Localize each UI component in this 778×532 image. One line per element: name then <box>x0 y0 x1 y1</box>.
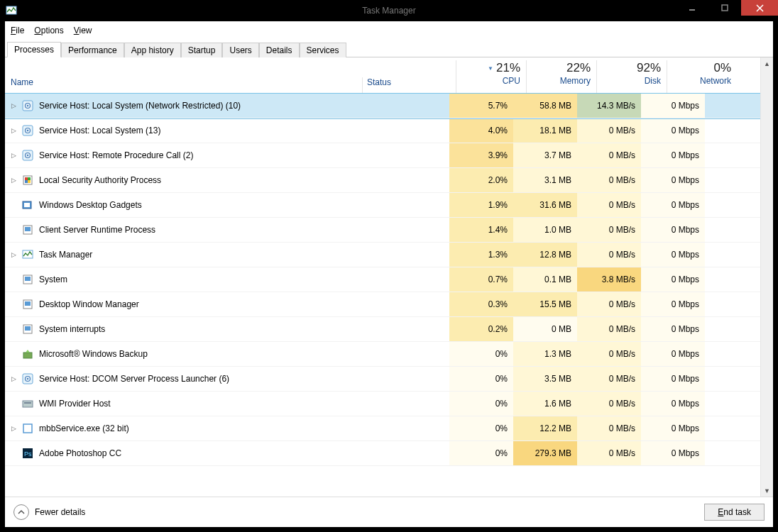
svg-rect-30 <box>23 353 32 358</box>
process-icon <box>22 249 33 260</box>
memory-cell: 3.7 MB <box>513 143 577 167</box>
expand-icon[interactable]: ▷ <box>9 126 18 135</box>
network-cell: 0 Mbps <box>641 342 705 366</box>
memory-cell: 58.8 MB <box>513 94 577 118</box>
table-row[interactable]: ▷System interrupts0.2%0 MB0 MB/s0 Mbps <box>5 317 760 342</box>
close-button[interactable] <box>741 0 778 16</box>
tab-app-history[interactable]: App history <box>124 43 181 57</box>
network-cell: 0 Mbps <box>641 193 705 217</box>
process-icon <box>22 299 33 310</box>
menu-view[interactable]: View <box>74 26 92 35</box>
process-name: System interrupts <box>39 324 105 334</box>
cpu-cell: 0% <box>449 342 513 366</box>
cpu-cell: 1.3% <box>449 243 513 267</box>
memory-cell: 3.1 MB <box>513 168 577 192</box>
col-network[interactable]: 0%Network <box>667 60 737 93</box>
disk-cell: 0 MB/s <box>577 416 641 440</box>
process-icon <box>22 174 33 186</box>
network-cell: 0 Mbps <box>641 416 705 440</box>
disk-cell: 0 MB/s <box>577 441 641 465</box>
process-icon <box>22 348 33 360</box>
cpu-cell: 0% <box>449 416 513 440</box>
table-row[interactable]: ▷Service Host: Local System (13)4.0%18.1… <box>5 118 760 143</box>
network-cell: 0 Mbps <box>641 168 705 192</box>
scroll-up-icon[interactable]: ▲ <box>761 57 773 70</box>
fewer-details-toggle[interactable]: Fewer details <box>13 504 85 520</box>
cpu-cell: 1.4% <box>449 218 513 242</box>
disk-cell: 0 MB/s <box>577 392 641 416</box>
footer: Fewer details End task <box>5 497 773 527</box>
tab-services[interactable]: Services <box>300 43 346 57</box>
memory-cell: 18.1 MB <box>513 118 577 143</box>
memory-cell: 3.5 MB <box>513 367 577 391</box>
expand-icon[interactable]: ▷ <box>9 176 18 184</box>
process-icon <box>22 150 33 161</box>
table-row[interactable]: ▷Service Host: Remote Procedure Call (2)… <box>5 143 760 168</box>
svg-rect-18 <box>28 180 31 183</box>
tab-startup[interactable]: Startup <box>181 43 223 57</box>
process-name: Microsoft® Windows Backup <box>39 349 148 359</box>
network-cell: 0 Mbps <box>641 243 705 267</box>
expand-icon[interactable]: ▷ <box>9 424 18 433</box>
cpu-cell: 2.0% <box>449 168 513 192</box>
table-row[interactable]: ▷Task Manager1.3%12.8 MB0 MB/s0 Mbps <box>5 243 760 267</box>
svg-point-10 <box>27 130 28 131</box>
disk-cell: 0 MB/s <box>577 292 641 316</box>
expand-icon[interactable]: ▷ <box>9 101 18 110</box>
end-task-button[interactable]: End task <box>704 504 765 521</box>
tab-performance[interactable]: Performance <box>61 43 124 57</box>
table-row[interactable]: ▷Service Host: Local System (Network Res… <box>5 94 760 118</box>
menu-file[interactable]: File <box>11 26 24 35</box>
vertical-scrollbar[interactable]: ▲ ▼ <box>760 57 773 497</box>
table-row[interactable]: ▷Desktop Window Manager0.3%15.5 MB0 MB/s… <box>5 292 760 317</box>
table-row[interactable]: ▷WMI Provider Host0%1.6 MB0 MB/s0 Mbps <box>5 392 760 416</box>
table-row[interactable]: ▷Microsoft® Windows Backup0%1.3 MB0 MB/s… <box>5 342 760 367</box>
col-disk[interactable]: 92%Disk <box>596 60 667 93</box>
table-row[interactable]: ▷Local Security Authority Process2.0%3.1… <box>5 168 760 193</box>
cpu-cell: 0.2% <box>449 317 513 341</box>
col-memory[interactable]: 22%Memory <box>526 60 596 93</box>
network-cell: 0 Mbps <box>641 317 705 341</box>
memory-cell: 15.5 MB <box>513 292 577 316</box>
process-name: Client Server Runtime Process <box>39 225 155 235</box>
svg-rect-2 <box>722 5 728 11</box>
maximize-button[interactable] <box>708 0 741 16</box>
col-cpu[interactable]: ▼21%CPU <box>456 60 526 93</box>
tab-processes[interactable]: Processes <box>7 42 61 57</box>
process-name: Desktop Window Manager <box>39 299 139 309</box>
network-cell: 0 Mbps <box>641 367 705 391</box>
tab-details[interactable]: Details <box>259 43 300 57</box>
table-row[interactable]: ▷Service Host: DCOM Server Process Launc… <box>5 367 760 392</box>
process-name: Service Host: Local System (Network Rest… <box>39 101 241 111</box>
svg-point-33 <box>27 378 28 379</box>
col-status[interactable]: Status <box>362 77 456 93</box>
process-icon <box>22 100 33 111</box>
col-name[interactable]: Name <box>5 77 362 93</box>
expand-icon[interactable]: ▷ <box>9 375 18 383</box>
svg-rect-27 <box>25 301 31 306</box>
tabstrip: ProcessesPerformanceApp historyStartupUs… <box>5 40 773 57</box>
table-row[interactable]: ▷mbbService.exe (32 bit)0%12.2 MB0 MB/s0… <box>5 416 760 441</box>
table-row[interactable]: ▷PsAdobe Photoshop CC0%279.3 MB0 MB/s0 M… <box>5 441 760 466</box>
minimize-button[interactable] <box>676 0 708 16</box>
tab-users[interactable]: Users <box>222 43 258 57</box>
table-row[interactable]: ▷Windows Desktop Gadgets1.9%31.6 MB0 MB/… <box>5 193 760 218</box>
disk-cell: 0 MB/s <box>577 143 641 167</box>
table-row[interactable]: ▷System0.7%0.1 MB3.8 MB/s0 Mbps <box>5 267 760 292</box>
cpu-cell: 0% <box>449 392 513 416</box>
svg-rect-25 <box>25 277 31 281</box>
svg-point-13 <box>27 155 28 156</box>
table-row[interactable]: ▷Client Server Runtime Process1.4%1.0 MB… <box>5 218 760 243</box>
cpu-cell: 0% <box>449 441 513 465</box>
titlebar[interactable]: Task Manager <box>0 0 778 21</box>
process-name: Service Host: Local System (13) <box>39 126 160 135</box>
expand-icon[interactable]: ▷ <box>9 250 18 259</box>
disk-cell: 0 MB/s <box>577 342 641 366</box>
disk-cell: 0 MB/s <box>577 367 641 391</box>
scroll-down-icon[interactable]: ▼ <box>761 484 773 497</box>
memory-cell: 1.6 MB <box>513 392 577 416</box>
menu-options[interactable]: Options <box>34 26 63 35</box>
expand-icon[interactable]: ▷ <box>9 151 18 160</box>
network-cell: 0 Mbps <box>641 267 705 292</box>
process-name: Adobe Photoshop CC <box>39 448 121 458</box>
